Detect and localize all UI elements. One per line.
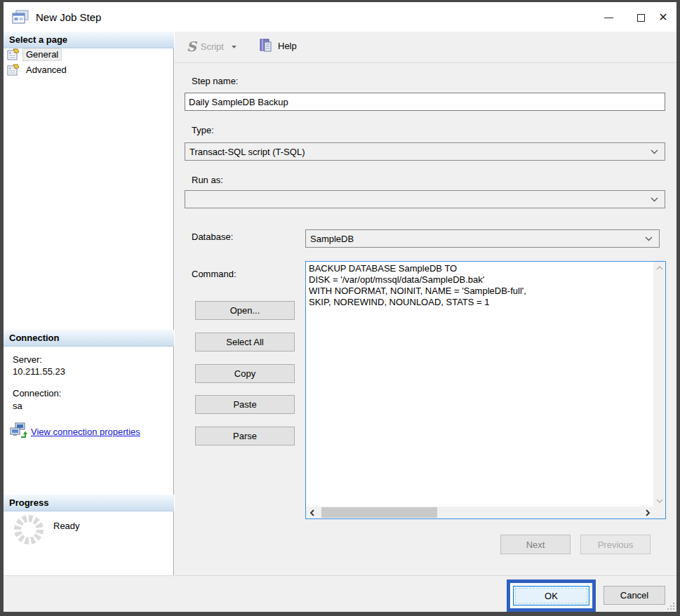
database-dropdown[interactable]: SampleDB [305,229,660,248]
step-name-input[interactable] [185,93,665,111]
select-all-button[interactable]: Select All [195,333,295,351]
type-label: Type: [192,125,214,135]
script-label: Script [201,41,224,52]
window-border-right [676,0,680,616]
close-button[interactable]: ✕ [651,8,675,27]
minimize-button[interactable] [596,8,620,27]
sidebar-item-general[interactable]: General [7,48,61,60]
command-label: Command: [192,269,236,279]
dialog-window-icon [12,10,30,25]
copy-button[interactable]: Copy [195,364,295,383]
ok-button-label: OK [545,591,558,601]
sidebar-item-label: General [23,48,61,60]
scrollbar-corner [653,507,665,518]
database-dropdown-value: SampleDB [310,234,354,244]
open-button[interactable]: Open... [195,301,295,320]
chevron-down-icon [651,197,658,202]
run-as-dropdown[interactable] [185,190,665,208]
command-text[interactable]: BACKUP DATABASE SampleDB TO DISK = '/var… [306,262,653,507]
sidebar-item-label: Advanced [23,64,69,76]
server-label: Server: [13,354,42,365]
help-label: Help [278,41,297,51]
ok-button[interactable]: OK [513,586,589,605]
connection-value: sa [13,401,22,411]
script-dropdown-chevron-icon[interactable] [231,45,237,49]
next-button[interactable]: Next [500,535,571,554]
window-border-bottom [0,612,680,616]
scroll-left-icon[interactable] [306,507,318,518]
horizontal-scrollbar-thumb[interactable] [321,507,437,518]
page-properties-icon [7,48,20,60]
script-button[interactable]: S Script [187,40,237,53]
maximize-button[interactable] [629,8,653,27]
command-editor[interactable]: BACKUP DATABASE SampleDB TO DISK = '/var… [305,261,666,519]
ok-button-annotation-highlight: OK [507,580,596,612]
previous-button[interactable]: Previous [580,535,651,554]
type-dropdown[interactable]: Transact-SQL script (T-SQL) [185,142,665,161]
dialog-title: New Job Step [36,11,101,23]
minimize-icon [604,18,613,18]
toolbar-divider [175,62,676,63]
help-button[interactable]: Help [258,39,297,53]
step-name-label: Step name: [192,76,239,86]
chevron-down-icon [645,236,653,241]
progress-status: Ready [53,521,80,531]
server-value: 10.211.55.23 [13,366,65,377]
chevron-down-icon [651,149,658,154]
connection-properties-icon [9,422,27,438]
progress-header: Progress [4,495,174,511]
parse-button[interactable]: Parse [195,427,295,446]
cancel-button[interactable]: Cancel [604,586,665,605]
select-a-page-header: Select a page [4,32,174,48]
window-border-top [0,0,680,2]
sidebar-item-advanced[interactable]: Advanced [7,64,69,76]
resize-grip[interactable] [666,601,675,610]
help-book-icon [258,39,274,53]
scroll-down-icon[interactable] [653,495,665,507]
vertical-scrollbar[interactable] [653,262,665,507]
progress-spinner-icon [14,515,44,544]
type-dropdown-value: Transact-SQL script (T-SQL) [189,147,305,157]
close-icon: ✕ [658,12,667,23]
horizontal-scrollbar[interactable] [306,507,653,518]
window-border-left [0,0,4,616]
page-properties-icon [7,64,20,76]
scroll-up-icon[interactable] [653,262,665,274]
run-as-label: Run as: [192,175,223,185]
database-label: Database: [192,232,233,242]
scroll-right-icon[interactable] [641,507,653,518]
connection-label: Connection: [13,388,61,399]
script-scroll-icon: S [187,40,196,53]
connection-header: Connection [4,330,174,347]
paste-button[interactable]: Paste [195,395,295,414]
maximize-icon [637,14,645,22]
title-bar: New Job Step ✕ [4,2,676,32]
new-job-step-dialog: New Job Step ✕ Select a page General [0,0,680,616]
view-connection-properties-link[interactable]: View connection properties [31,427,140,437]
